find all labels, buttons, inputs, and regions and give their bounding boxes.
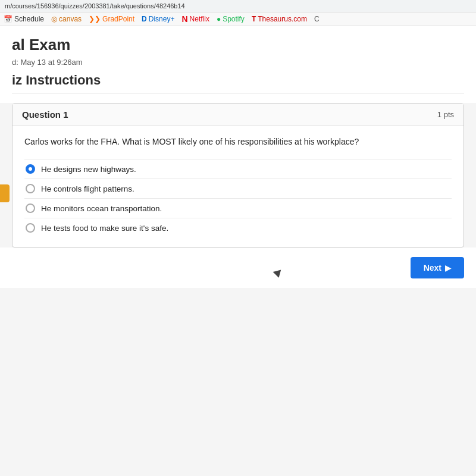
answer-label-3: He monitors ocean transportation. xyxy=(41,204,162,213)
answer-option-2[interactable]: He controls flight patterns. xyxy=(24,178,452,198)
radio-button-1[interactable] xyxy=(26,164,35,174)
next-arrow-icon: ▶ xyxy=(445,264,451,273)
radio-button-3[interactable] xyxy=(26,203,35,213)
bookmark-thesaurus-label: Thesaurus.com xyxy=(258,15,307,23)
question-body: Carlos works for the FHA. What is MOST l… xyxy=(12,126,464,247)
answer-label-2: He controls flight patterns. xyxy=(41,184,134,193)
page-title: al Exam xyxy=(12,36,464,54)
bookmark-netflix[interactable]: N Netflix xyxy=(181,14,209,24)
question-points: 1 pts xyxy=(437,110,454,119)
bookmark-spotify-label: Spotify xyxy=(223,15,245,23)
answer-option-4[interactable]: He tests food to make sure it's safe. xyxy=(24,218,452,237)
question-indicator xyxy=(0,184,10,202)
canvas-icon: ◎ xyxy=(51,15,57,23)
bookmark-schedule-label: Schedule xyxy=(14,15,44,23)
answer-option-3[interactable]: He monitors ocean transportation. xyxy=(24,198,452,218)
schedule-icon: 📅 xyxy=(4,15,12,23)
bookmark-gradpoint[interactable]: ❯❯ GradPoint xyxy=(89,15,134,23)
question-container: Question 1 1 pts Carlos works for the FH… xyxy=(12,103,464,248)
next-button-label: Next xyxy=(424,263,441,273)
answer-label-1: He designs new highways. xyxy=(41,165,136,174)
url-bar: m/courses/156936/quizzes/2003381/take/qu… xyxy=(0,0,476,12)
question-header: Question 1 1 pts xyxy=(12,104,464,126)
bookmark-netflix-label: Netflix xyxy=(190,15,209,23)
bookmark-disney-label: Disney+ xyxy=(149,15,175,23)
page-due: d: May 13 at 9:26am xyxy=(12,58,464,67)
bookmark-thesaurus[interactable]: T Thesaurus.com xyxy=(252,15,307,23)
radio-button-2[interactable] xyxy=(26,184,35,193)
thesaurus-icon: T xyxy=(252,15,256,23)
bookmark-disney[interactable]: D Disney+ xyxy=(142,15,174,23)
answer-option-1[interactable]: He designs new highways. xyxy=(24,159,452,178)
quiz-instructions-title: iz Instructions xyxy=(12,73,464,93)
spotify-icon: ● xyxy=(217,15,221,23)
bookmark-canvas[interactable]: ◎ canvas xyxy=(51,15,82,23)
disney-icon: D xyxy=(142,15,147,23)
radio-button-4[interactable] xyxy=(26,223,35,233)
bookmark-canvas-label: canvas xyxy=(59,15,82,23)
bookmarks-bar: 📅 Schedule ◎ canvas ❯❯ GradPoint D Disne… xyxy=(0,12,476,26)
bookmark-schedule[interactable]: 📅 Schedule xyxy=(4,15,44,23)
url-text: m/courses/156936/quizzes/2003381/take/qu… xyxy=(5,2,185,10)
button-area: Next ▶ xyxy=(0,248,476,288)
page-content: al Exam d: May 13 at 9:26am iz Instructi… xyxy=(0,26,476,103)
next-button[interactable]: Next ▶ xyxy=(411,257,464,278)
answer-label-4: He tests food to make sure it's safe. xyxy=(41,224,168,233)
question-text: Carlos works for the FHA. What is MOST l… xyxy=(24,136,452,148)
bookmark-more[interactable]: C xyxy=(314,15,320,23)
question-title: Question 1 xyxy=(22,109,68,120)
more-icon: C xyxy=(314,15,320,23)
bookmark-spotify[interactable]: ● Spotify xyxy=(217,15,245,23)
netflix-icon: N xyxy=(181,14,187,24)
gradpoint-icon: ❯❯ xyxy=(89,15,101,23)
bookmark-gradpoint-label: GradPoint xyxy=(102,15,134,23)
